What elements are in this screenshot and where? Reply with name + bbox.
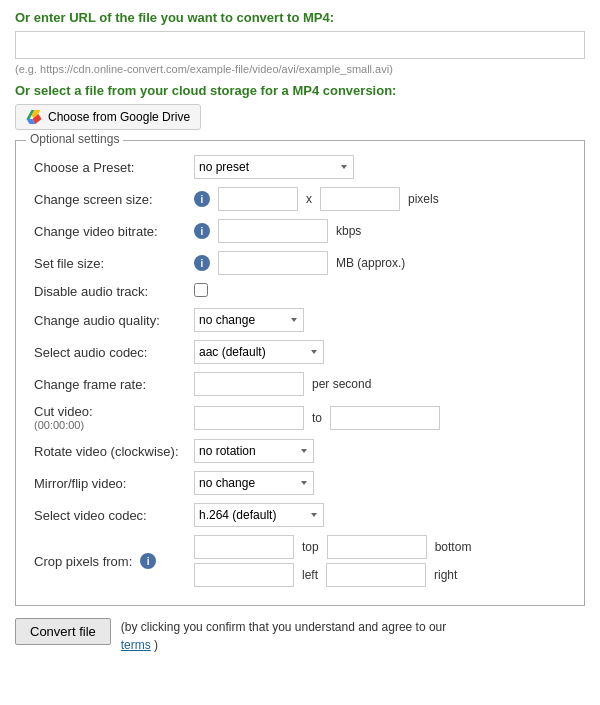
info-icon-bitrate[interactable]: i <box>194 223 210 239</box>
filesize-unit: MB (approx.) <box>336 256 405 270</box>
audio-disable-value <box>190 279 570 304</box>
cut-to-input[interactable] <box>330 406 440 430</box>
video-codec-label: Select video codec: <box>30 499 190 531</box>
filesize-input[interactable] <box>218 251 328 275</box>
video-codec-row: Select video codec: h.264 (default) <box>30 499 570 531</box>
cut-from-input[interactable] <box>194 406 304 430</box>
filesize-label: Set file size: <box>30 247 190 279</box>
screen-size-label: Change screen size: <box>30 183 190 215</box>
rotate-select[interactable]: no rotation <box>194 439 314 463</box>
crop-left-input[interactable] <box>194 563 294 587</box>
crop-row: Crop pixels from: i top bottom left righ… <box>30 531 570 591</box>
audio-codec-label: Select audio codec: <box>30 336 190 368</box>
cut-value: to <box>190 400 570 435</box>
info-icon-screen[interactable]: i <box>194 191 210 207</box>
preset-value: no preset <box>190 151 570 183</box>
screen-size-sep: x <box>306 192 312 206</box>
framerate-row: Change frame rate: per second <box>30 368 570 400</box>
convert-section: Convert file (by clicking you confirm th… <box>15 618 585 654</box>
url-input[interactable] <box>15 31 585 59</box>
audio-quality-select[interactable]: no change <box>194 308 304 332</box>
crop-top-input[interactable] <box>194 535 294 559</box>
mirror-row: Mirror/flip video: no change <box>30 467 570 499</box>
cloud-label: Or select a file from your cloud storage… <box>15 83 585 98</box>
crop-right-input[interactable] <box>326 563 426 587</box>
cut-label: Cut video: (00:00:00) <box>30 400 190 435</box>
audio-codec-row: Select audio codec: aac (default) <box>30 336 570 368</box>
cut-sep: to <box>312 411 322 425</box>
video-codec-select[interactable]: h.264 (default) <box>194 503 324 527</box>
url-label: Or enter URL of the file you want to con… <box>15 10 585 25</box>
audio-codec-select[interactable]: aac (default) <box>194 340 324 364</box>
screen-size-unit: pixels <box>408 192 439 206</box>
gdrive-button-label: Choose from Google Drive <box>48 110 190 124</box>
gdrive-button[interactable]: Choose from Google Drive <box>15 104 201 130</box>
crop-top-label: top <box>302 540 319 554</box>
audio-codec-value: aac (default) <box>190 336 570 368</box>
convert-button[interactable]: Convert file <box>15 618 111 645</box>
bitrate-label: Change video bitrate: <box>30 215 190 247</box>
convert-note-text: (by clicking you confirm that you unders… <box>121 620 447 634</box>
preset-row: Choose a Preset: no preset <box>30 151 570 183</box>
filesize-row: Set file size: i MB (approx.) <box>30 247 570 279</box>
rotate-label: Rotate video (clockwise): <box>30 435 190 467</box>
crop-value: top bottom left right <box>190 531 570 591</box>
bitrate-unit: kbps <box>336 224 361 238</box>
crop-bottom-label: bottom <box>435 540 472 554</box>
video-codec-value: h.264 (default) <box>190 499 570 531</box>
terms-link[interactable]: terms <box>121 638 151 652</box>
crop-right-label: right <box>434 568 457 582</box>
settings-table: Choose a Preset: no preset Change screen… <box>30 151 570 591</box>
info-icon-crop[interactable]: i <box>140 553 156 569</box>
crop-bottom-input[interactable] <box>327 535 427 559</box>
gdrive-icon <box>26 109 42 125</box>
framerate-unit: per second <box>312 377 371 391</box>
audio-disable-row: Disable audio track: <box>30 279 570 304</box>
bitrate-input[interactable] <box>218 219 328 243</box>
audio-disable-checkbox[interactable] <box>194 283 208 297</box>
optional-settings: Optional settings Choose a Preset: no pr… <box>15 140 585 606</box>
framerate-input[interactable] <box>194 372 304 396</box>
convert-note-end: ) <box>154 638 158 652</box>
cut-row: Cut video: (00:00:00) to <box>30 400 570 435</box>
optional-legend: Optional settings <box>26 132 123 146</box>
rotate-row: Rotate video (clockwise): no rotation <box>30 435 570 467</box>
mirror-label: Mirror/flip video: <box>30 467 190 499</box>
preset-label: Choose a Preset: <box>30 151 190 183</box>
mirror-value: no change <box>190 467 570 499</box>
info-icon-filesize[interactable]: i <box>194 255 210 271</box>
screen-size-row: Change screen size: i x pixels <box>30 183 570 215</box>
crop-label: Crop pixels from: i <box>30 531 190 591</box>
url-placeholder: (e.g. https://cdn.online-convert.com/exa… <box>15 63 585 75</box>
preset-select[interactable]: no preset <box>194 155 354 179</box>
screen-size-value: i x pixels <box>190 183 570 215</box>
audio-disable-label: Disable audio track: <box>30 279 190 304</box>
convert-note: (by clicking you confirm that you unders… <box>121 618 447 654</box>
framerate-label: Change frame rate: <box>30 368 190 400</box>
audio-quality-row: Change audio quality: no change <box>30 304 570 336</box>
url-section: Or enter URL of the file you want to con… <box>15 10 585 75</box>
screen-size-x-input[interactable] <box>218 187 298 211</box>
framerate-value: per second <box>190 368 570 400</box>
filesize-value: i MB (approx.) <box>190 247 570 279</box>
crop-left-label: left <box>302 568 318 582</box>
screen-size-y-input[interactable] <box>320 187 400 211</box>
bitrate-row: Change video bitrate: i kbps <box>30 215 570 247</box>
bitrate-value: i kbps <box>190 215 570 247</box>
audio-quality-value: no change <box>190 304 570 336</box>
cut-format: (00:00:00) <box>34 419 186 431</box>
rotate-value: no rotation <box>190 435 570 467</box>
audio-quality-label: Change audio quality: <box>30 304 190 336</box>
mirror-select[interactable]: no change <box>194 471 314 495</box>
